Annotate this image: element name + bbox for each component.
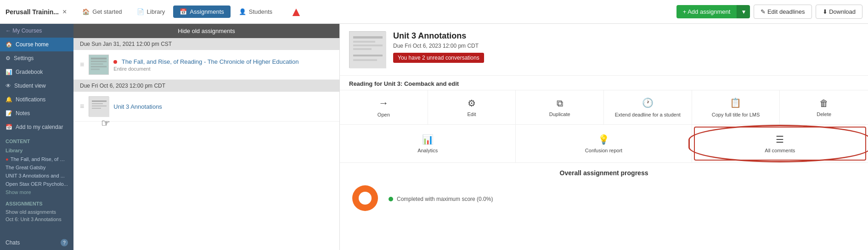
calendar-add-icon: 📅 [6,124,12,130]
svg-rect-3 [91,63,103,65]
action-duplicate[interactable]: ⧉ Duplicate [516,90,604,124]
detail-panel: Unit 3 Annotations Due Fri Oct 6, 2023 1… [340,24,868,250]
drag-handle-icon: ≡ [80,61,84,69]
app-title: Perusall Trainin... [6,8,59,16]
add-assignment-button[interactable]: + Add assignment [676,5,737,18]
chats-section: Chats ? [0,235,73,250]
svg-rect-8 [92,103,103,104]
tab-students[interactable]: 👤 Students [232,6,279,18]
sidebar-library-fall-rise[interactable]: ●The Fall, and Rise, of Re... [0,155,73,163]
sidebar-item-student-view[interactable]: 👁 Student view [0,79,73,93]
action-all-comments[interactable]: ☰ All comments [694,127,866,161]
svg-rect-15 [353,48,372,50]
assignment-row-unit3[interactable]: ≡ Unit 3 Annotations ☞ [73,92,339,122]
sidebar-assignments-unit3[interactable]: Oct 6: Unit 3 Annotations [0,216,73,223]
tab-library[interactable]: 📄 Library [130,6,172,18]
sidebar-item-add-calendar[interactable]: 📅 Add to my calendar [0,120,73,134]
svg-rect-4 [91,66,107,67]
download-button[interactable]: ⬇ Download [816,5,862,19]
svg-rect-5 [91,69,100,70]
sidebar-library-great-gatsby[interactable]: The Great Gatsby [0,163,73,172]
svg-rect-7 [92,100,107,102]
home-icon: 🏠 [82,8,90,15]
svg-rect-9 [92,106,107,106]
svg-rect-17 [353,59,377,61]
sidebar-show-more[interactable]: Show more [0,188,73,196]
open-icon: → [378,97,389,109]
completed-dot [389,197,393,201]
assignment-sub-fall-rise: Entire document [113,66,333,72]
drag-handle-icon-2: ≡ [80,102,84,111]
sidebar-show-old-assignments[interactable]: Show old assignments [0,208,73,216]
assignment-title-unit3: Unit 3 Annotations [113,103,333,110]
action-extend-deadline[interactable]: 🕐 Extend deadline for a student [604,90,692,124]
svg-rect-13 [353,41,375,43]
svg-rect-16 [353,55,383,56]
detail-info: Unit 3 Annotations Due Fri Oct 6, 2023 1… [393,31,484,68]
progress-section: Overall assignment progress Completed wi… [340,163,868,222]
close-icon[interactable]: × [62,8,67,16]
clock-icon: 🕐 [642,97,654,109]
gradebook-icon: 📊 [6,69,12,75]
clipboard-icon: 📋 [730,97,741,109]
add-assignment-dropdown[interactable]: ▼ [737,5,750,18]
unread-badge: You have 2 unread conversations [393,53,484,63]
due-header-2: Due Fri Oct 6, 2023 12:00 pm CDT [73,80,339,92]
sidebar-library-openstax[interactable]: Open Stax OER Psycholo... [0,180,73,188]
lightbulb-icon: 💡 [598,134,609,145]
svg-rect-2 [91,61,107,62]
tab-assignments[interactable]: 📅 Assignments [173,6,230,18]
action-analytics[interactable]: 📊 Analytics [340,125,516,162]
action-open[interactable]: → Open [340,90,428,124]
sidebar: ← My Courses 🏠 Course home ⚙ Settings 📊 … [0,24,73,250]
analytics-icon: 📊 [422,134,434,145]
due-header-1: Due Sun Jan 31, 2021 12:00 pm CST [73,38,339,50]
svg-rect-6 [89,97,109,117]
edit-deadlines-button[interactable]: ✎ Edit deadlines [754,5,812,19]
svg-rect-12 [353,36,383,39]
sidebar-item-gradebook[interactable]: 📊 Gradebook [0,65,73,79]
action-copy-title[interactable]: 📋 Copy full title for LMS [692,90,780,124]
detail-title: Unit 3 Annotations [393,31,484,41]
students-icon: 👤 [239,8,246,15]
sidebar-item-course-home[interactable]: 🏠 Course home [0,38,73,51]
progress-title: Overall assignment progress [349,169,859,177]
action-confusion-report[interactable]: 💡 Confusion report [516,125,692,162]
bell-icon: 🔔 [6,96,12,103]
action-edit[interactable]: ⚙ Edit [428,90,516,124]
notes-icon: 📝 [6,110,12,117]
svg-rect-14 [353,44,383,46]
svg-rect-10 [92,108,101,109]
sidebar-item-notes[interactable]: 📝 Notes [0,106,73,120]
red-dot-icon: ● [6,156,9,162]
action-grid-row2: 📊 Analytics 💡 Confusion report ☰ All com… [340,125,868,163]
assignment-info-unit3: Unit 3 Annotations [113,103,333,110]
svg-point-19 [359,192,372,205]
chats-help-icon[interactable]: ? [61,239,68,246]
library-section-label: Library [0,146,73,155]
progress-donut-chart [349,182,381,216]
assignment-row-fall-rise[interactable]: ≡ The Fall, and Rise, of Reading - The C… [73,50,339,80]
edit-icon: ⚙ [468,98,476,109]
sidebar-library-unit3[interactable]: UNIT 3 Annotations and ... [0,172,73,180]
sidebar-item-settings[interactable]: ⚙ Settings [0,51,73,65]
tab-get-started[interactable]: 🏠 Get started [76,6,128,18]
content-section-label: Content [0,134,73,146]
calendar-icon: 📅 [180,8,187,15]
sidebar-item-notifications[interactable]: 🔔 Notifications [0,93,73,106]
progress-legend: Completed with maximum score (0.0%) [389,196,493,202]
cursor-pointer-indicator: ☞ [101,117,110,129]
assignment-thumbnail-unit3 [89,96,109,117]
assignments-section-label: Assignments [0,196,73,208]
detail-header: Unit 3 Annotations Due Fri Oct 6, 2023 1… [340,24,868,76]
trash-icon: 🗑 [819,98,829,109]
action-delete[interactable]: 🗑 Delete [780,90,868,124]
red-dot-indicator [113,60,117,64]
settings-icon: ⚙ [6,55,11,61]
all-comments-icon: ☰ [776,134,784,145]
assignment-info-fall-rise: The Fall, and Rise, of Reading - The Chr… [113,58,333,72]
eye-icon: 👁 [6,83,11,89]
detail-due: Due Fri Oct 6, 2023 12:00 pm CDT [393,43,484,49]
sidebar-back[interactable]: ← My Courses [0,24,73,38]
hide-old-assignments-bar[interactable]: Hide old assignments [73,24,339,38]
